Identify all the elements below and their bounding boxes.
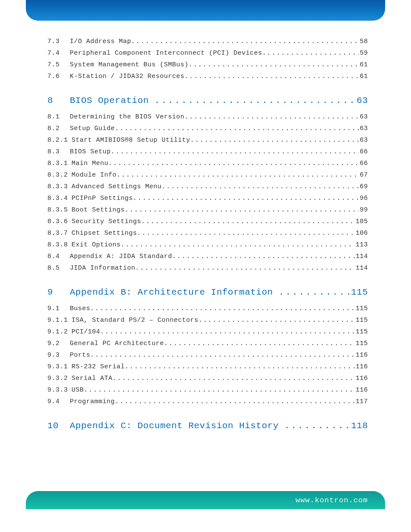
toc-entry-page: 118 <box>349 421 368 431</box>
toc-leader-dots <box>131 38 359 45</box>
toc-leader-dots <box>90 352 355 359</box>
toc-entry-page: 116 <box>355 386 368 394</box>
toc-entry-title: K-Station / JIDA32 Resources <box>70 73 184 80</box>
toc-entry-title: PCIPnP Settings <box>72 195 133 202</box>
toc-entry-title: Appendix C: Document Revision History <box>70 421 284 431</box>
toc-entry-title: Boot Settings <box>72 206 125 214</box>
toc-entry-number: 8.3.1 <box>47 160 72 167</box>
toc-entry-number: 8.4 <box>47 253 70 260</box>
toc-entry: 9.1.2PCI/104115 <box>47 328 368 336</box>
toc-entry-number: 8.3.3 <box>47 183 72 190</box>
bottom-banner: www.kontron.com <box>26 491 385 509</box>
toc-entry-page: 58 <box>359 38 368 45</box>
toc-entry-number: 9.2 <box>47 340 70 347</box>
toc-entry-number: 9 <box>47 287 70 297</box>
toc-entry-page: 115 <box>355 328 368 336</box>
toc-leader-dots <box>184 73 359 80</box>
toc-entry: 9.1Buses115 <box>47 305 368 312</box>
toc-entry-number: 8.2.1 <box>47 137 72 144</box>
toc-leader-dots <box>162 183 359 190</box>
toc-chapter: 10Appendix C: Document Revision History … <box>47 421 368 431</box>
toc-entry-page: 116 <box>355 352 368 359</box>
toc-entry-number: 8.3.7 <box>47 230 72 237</box>
toc-leader-dots <box>109 160 359 167</box>
toc-leader-dots <box>115 398 355 405</box>
toc-entry: 9.3Ports116 <box>47 352 368 359</box>
toc-entry: 9.3.3USB116 <box>47 386 368 394</box>
toc-entry-page: 113 <box>355 241 368 249</box>
toc-leader-dots <box>115 125 359 132</box>
toc-leader-dots <box>284 421 349 431</box>
toc-entry-page: 59 <box>359 50 368 57</box>
toc-leader-dots <box>189 61 359 68</box>
toc-entry-title: Chipset Settings <box>72 230 137 237</box>
toc-entry: 8.1Determining the BIOS Version63 <box>47 113 368 121</box>
toc-entry-number: 9.3.1 <box>47 363 72 370</box>
toc-entry-number: 8.3.2 <box>47 171 72 179</box>
toc-entry-page: 61 <box>359 61 368 68</box>
toc-leader-dots <box>100 328 355 336</box>
toc-entry: 8.2.1Start AMIBIOS®8 Setup Utility63 <box>47 137 368 144</box>
toc-entry-page: 63 <box>355 96 368 106</box>
toc-entry-page: 63 <box>359 113 368 121</box>
toc-leader-dots <box>135 264 355 272</box>
toc-entry-number: 8.1 <box>47 113 70 121</box>
toc-entry-page: 106 <box>355 230 368 237</box>
toc-entry-number: 9.1 <box>47 305 70 312</box>
toc-entry-number: 8.2 <box>47 125 70 132</box>
toc-entry-title: Start AMIBIOS®8 Setup Utility <box>72 137 190 144</box>
toc-entry-page: 105 <box>355 218 368 225</box>
toc-entry-title: RS-232 Serial <box>72 363 125 370</box>
toc-entry: 8.4Appendix A: JIDA Standard114 <box>47 253 368 260</box>
toc-entry: 9.2General PC Architecture115 <box>47 340 368 347</box>
toc-entry-title: Main Menu <box>72 160 109 167</box>
toc-entry-page: 66 <box>359 148 368 156</box>
toc-leader-dots <box>125 363 355 370</box>
toc-entry: 9.3.1RS-232 Serial116 <box>47 363 368 370</box>
toc-entry-page: 115 <box>355 305 368 312</box>
toc-chapter: 9Appendix B: Architecture Information 11… <box>47 287 368 297</box>
toc-entry: 8.3.3Advanced Settings Menu69 <box>47 183 368 190</box>
toc-entry-number: 7.4 <box>47 50 70 57</box>
toc-entry-number: 8.3.5 <box>47 206 72 214</box>
toc-entry-title: Appendix B: Architecture Information <box>70 287 279 297</box>
toc-entry-page: 63 <box>359 137 368 144</box>
toc-entry-title: Ports <box>70 352 90 359</box>
toc-entry-title: Peripheral Component Interconnect (PCI) … <box>70 50 262 57</box>
toc-leader-dots <box>117 171 359 179</box>
toc-entry-title: Determining the BIOS Version <box>70 113 184 121</box>
toc-entry-number: 7.3 <box>47 38 70 45</box>
toc-chapter: 8BIOS Operation 63 <box>47 96 368 106</box>
toc-entry-page: 61 <box>359 73 368 80</box>
toc-leader-dots <box>262 50 359 57</box>
toc-entry-number: 9.3 <box>47 352 70 359</box>
toc-leader-dots <box>125 206 359 214</box>
toc-entry-title: BIOS Operation <box>70 96 155 106</box>
toc-entry-title: I/O Address Map <box>70 38 131 45</box>
toc-entry: 9.1.1ISA, Standard PS/2 – Connectors115 <box>47 317 368 324</box>
toc-entry-title: Appendix A: JIDA Standard <box>70 253 172 260</box>
toc-entry-page: 114 <box>355 264 368 272</box>
toc-entry-page: 67 <box>359 171 368 179</box>
toc-entry-page: 115 <box>355 317 368 324</box>
toc-entry: 8.3.1Main Menu66 <box>47 160 368 167</box>
toc-entry-title: Serial ATA <box>72 375 112 382</box>
toc-entry: 7.6K-Station / JIDA32 Resources61 <box>47 73 368 80</box>
footer-url: www.kontron.com <box>296 496 368 504</box>
toc-entry-number: 9.3.3 <box>47 386 72 394</box>
top-banner <box>26 0 385 21</box>
toc-entry: 7.3I/O Address Map58 <box>47 38 368 45</box>
toc-entry-page: 115 <box>355 340 368 347</box>
toc-entry-title: Security Settings <box>72 218 141 225</box>
toc-entry-number: 8 <box>47 96 70 106</box>
toc-entry-title: General PC Architecture <box>70 340 164 347</box>
toc-entry-title: Exit Options <box>72 241 121 249</box>
toc-leader-dots <box>90 305 355 312</box>
toc-entry-title: ISA, Standard PS/2 – Connectors <box>72 317 199 324</box>
toc-entry: 7.4Peripheral Component Interconnect (PC… <box>47 50 368 57</box>
toc-entry: 8.3.8Exit Options113 <box>47 241 368 249</box>
toc-entry-number: 10 <box>47 421 70 431</box>
toc-entry-page: 69 <box>359 183 368 190</box>
toc-entry-title: JIDA Information <box>70 264 135 272</box>
toc-entry-page: 115 <box>349 287 368 297</box>
